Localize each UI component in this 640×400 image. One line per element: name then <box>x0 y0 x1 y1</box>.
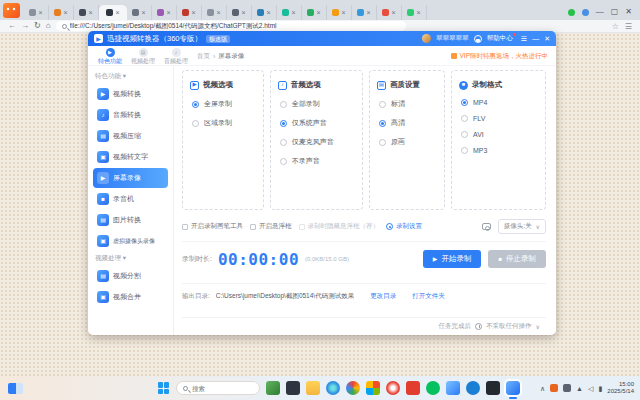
radio-icon[interactable] <box>280 101 287 108</box>
radio-icon[interactable] <box>379 101 386 108</box>
radio-format-flv[interactable]: FLV <box>461 115 538 122</box>
tab-close-icon[interactable]: × <box>366 9 370 16</box>
tab-close-icon[interactable]: × <box>266 9 270 16</box>
tab-close-icon[interactable]: × <box>416 9 420 16</box>
tab-close-icon[interactable]: × <box>191 9 195 16</box>
radio-selected-icon[interactable] <box>192 101 199 108</box>
vip-banner-text[interactable]: VIP限时特惠返场，火热进行中 <box>460 52 548 61</box>
checkbox-floating-bar[interactable]: 开启悬浮框 <box>250 222 292 231</box>
taskbar-search-input[interactable] <box>192 385 242 392</box>
radio-format-avi[interactable]: AVI <box>461 131 538 138</box>
tab-close-icon[interactable]: × <box>241 9 245 16</box>
extension-icon[interactable] <box>582 9 589 16</box>
forward-icon[interactable]: → <box>21 22 29 30</box>
headset-icon[interactable] <box>474 35 482 43</box>
browser-tab[interactable]: × <box>302 5 327 20</box>
browser-tab[interactable]: × <box>277 5 302 20</box>
app-menu-icon[interactable]: ☰ <box>521 35 527 42</box>
tab-close-icon[interactable]: × <box>141 9 145 16</box>
tab-featured[interactable]: ▶ 特色功能 <box>98 48 122 64</box>
record-settings-label[interactable]: 录制设置 <box>396 222 422 231</box>
tab-close-icon[interactable]: × <box>341 9 345 16</box>
home-icon[interactable]: ⌂ <box>46 22 51 30</box>
app-close-icon[interactable]: ✕ <box>544 35 550 42</box>
radio-fullscreen-record[interactable]: 全屏录制 <box>192 99 256 109</box>
after-task-value[interactable]: 不采取任何操作 <box>486 322 532 331</box>
radio-selected-icon[interactable] <box>379 120 386 127</box>
user-name[interactable]: 翠翠翠翠翠 <box>436 34 469 43</box>
start-button[interactable] <box>158 382 170 394</box>
breadcrumb-home[interactable]: 首页 <box>197 52 210 61</box>
checkbox-icon[interactable] <box>182 224 188 230</box>
start-record-button[interactable]: ▶ 开始录制 <box>423 250 482 268</box>
checkbox-brush-tool[interactable]: 开启录制画笔工具 <box>182 222 243 231</box>
sidebar-item-screen-record[interactable]: ▶ 屏幕录像 <box>93 168 168 188</box>
taskbar-clock[interactable]: 15:00 2025/5/14 <box>607 381 634 395</box>
radio-region-record[interactable]: 区域录制 <box>192 118 256 128</box>
terminal-icon[interactable] <box>486 381 500 395</box>
browser-tab[interactable]: × <box>177 5 202 20</box>
sidebar-item-video-convert[interactable]: ▶ 视频转换 <box>93 84 168 104</box>
tab-close-icon[interactable]: × <box>391 9 395 16</box>
tray-app-icon[interactable] <box>550 384 558 392</box>
extension-icon[interactable] <box>568 9 575 16</box>
skype-icon[interactable] <box>466 381 480 395</box>
radio-icon[interactable] <box>280 158 287 165</box>
radio-format-mp3[interactable]: MP3 <box>461 147 538 154</box>
sidebar-item-video-split[interactable]: ▤ 视频分割 <box>93 266 168 286</box>
taskbar-search[interactable] <box>176 381 260 395</box>
open-folder-link[interactable]: 打开文件夹 <box>412 292 445 301</box>
edge-icon[interactable] <box>326 381 340 395</box>
store-icon[interactable] <box>366 381 380 395</box>
network-icon[interactable]: ▲ <box>576 385 583 392</box>
radio-icon[interactable] <box>192 120 199 127</box>
browser-tab[interactable]: × <box>24 5 49 20</box>
radio-mic-only[interactable]: 仅麦克风声音 <box>280 137 355 147</box>
radio-icon[interactable] <box>280 139 287 146</box>
volume-icon[interactable]: ◁ <box>588 385 593 392</box>
wechat-icon[interactable] <box>426 381 440 395</box>
photos-icon[interactable] <box>446 381 460 395</box>
tray-app-icon[interactable] <box>563 384 571 392</box>
radio-icon[interactable] <box>461 115 468 122</box>
tab-close-icon[interactable]: × <box>38 9 42 16</box>
tray-up-icon[interactable]: ∧ <box>540 385 545 392</box>
radio-no-sound[interactable]: 不录声音 <box>280 156 355 166</box>
tab-close-icon[interactable]: × <box>88 9 92 16</box>
taskbar-app-icon[interactable] <box>286 381 300 395</box>
radio-format-mp4[interactable]: MP4 <box>461 99 538 106</box>
radio-icon[interactable] <box>461 147 468 154</box>
radio-record-all-audio[interactable]: 全部录制 <box>280 99 355 109</box>
browser-tab[interactable]: × <box>74 5 99 20</box>
stop-record-button[interactable]: ■ 停止录制 <box>488 250 546 268</box>
help-center-link[interactable]: 帮助中心 <box>487 34 516 43</box>
browser-tab[interactable]: × <box>202 5 227 20</box>
browser-tab[interactable]: × <box>252 5 277 20</box>
sidebar-item-image-convert[interactable]: ▤ 图片转换 <box>93 210 168 230</box>
radio-standard-quality[interactable]: 标清 <box>379 99 437 109</box>
sidebar-item-virtual-camera[interactable]: ▣ 虚拟摄像头录像 <box>93 231 168 251</box>
sidebar-section-featured[interactable]: 特色功能 ▾ <box>95 72 166 81</box>
browser-tab[interactable]: × <box>127 5 152 20</box>
sidebar-item-audio-convert[interactable]: ♪ 音频转换 <box>93 105 168 125</box>
file-explorer-icon[interactable] <box>306 381 320 395</box>
widgets-icon[interactable] <box>8 383 23 394</box>
radio-original-quality[interactable]: 原画 <box>379 137 437 147</box>
sidebar-item-video-merge[interactable]: ▣ 视频合并 <box>93 287 168 307</box>
tab-close-icon[interactable]: × <box>216 9 220 16</box>
tab-video-processing[interactable]: ▤ 视频处理 <box>131 48 155 64</box>
browser-tab[interactable]: × <box>49 5 74 20</box>
record-settings-link[interactable]: 录制设置 <box>386 222 422 231</box>
browser-tab[interactable]: × <box>377 5 402 20</box>
radio-selected-icon[interactable] <box>461 99 468 106</box>
radio-system-sound-only[interactable]: 仅系统声音 <box>280 118 355 128</box>
tab-audio-processing[interactable]: ♪ 音频处理 <box>164 48 188 64</box>
sidebar-item-voice-recorder[interactable]: ■ 录音机 <box>93 189 168 209</box>
sidebar-item-video-compress[interactable]: ▤ 视频压缩 <box>93 126 168 146</box>
url-field[interactable]: file:///C:/Users/jumei/Desktop/截图0514/代码… <box>56 21 406 31</box>
browser-menu-icon[interactable]: ☰ <box>625 22 632 31</box>
wps-icon[interactable] <box>406 381 420 395</box>
radio-selected-icon[interactable] <box>280 120 287 127</box>
browser-tab[interactable]: × <box>152 5 177 20</box>
browser-tab[interactable]: × <box>402 5 427 20</box>
